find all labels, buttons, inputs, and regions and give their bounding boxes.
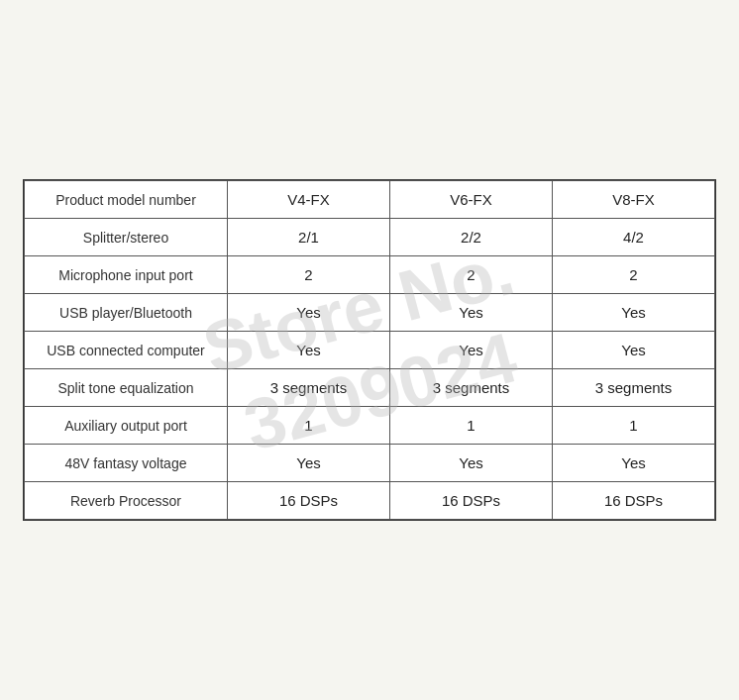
cell-v6-0: V6-FX — [390, 181, 553, 219]
cell-v6-4: Yes — [390, 332, 553, 369]
cell-v4-5: 3 segments — [228, 369, 390, 407]
table-row: USB connected computerYesYesYes — [25, 332, 715, 369]
table-row: Microphone input port222 — [25, 256, 715, 294]
row-label-7: 48V fantasy voltage — [25, 445, 228, 482]
cell-v4-7: Yes — [228, 445, 390, 482]
cell-v4-0: V4-FX — [228, 181, 390, 219]
cell-v8-4: Yes — [553, 332, 715, 369]
cell-v4-6: 1 — [228, 407, 390, 445]
cell-v6-3: Yes — [390, 294, 553, 332]
cell-v4-1: 2/1 — [228, 219, 390, 256]
cell-v6-8: 16 DSPs — [390, 482, 553, 520]
cell-v8-1: 4/2 — [553, 219, 715, 256]
cell-v4-3: Yes — [228, 294, 390, 332]
cell-v8-6: 1 — [553, 407, 715, 445]
row-label-5: Split tone equalization — [25, 369, 228, 407]
comparison-table: Product model numberV4-FXV6-FXV8-FXSplit… — [24, 180, 715, 520]
cell-v6-2: 2 — [390, 256, 553, 294]
cell-v8-7: Yes — [553, 445, 715, 482]
row-label-3: USB player/Bluetooth — [25, 294, 228, 332]
table-row: 48V fantasy voltageYesYesYes — [25, 445, 715, 482]
cell-v8-2: 2 — [553, 256, 715, 294]
cell-v6-1: 2/2 — [390, 219, 553, 256]
row-label-4: USB connected computer — [25, 332, 228, 369]
cell-v8-0: V8-FX — [553, 181, 715, 219]
row-label-6: Auxiliary output port — [25, 407, 228, 445]
cell-v4-8: 16 DSPs — [228, 482, 390, 520]
table-row: Split tone equalization3 segments3 segme… — [25, 369, 715, 407]
cell-v4-2: 2 — [228, 256, 390, 294]
table-row: Reverb Processor16 DSPs16 DSPs16 DSPs — [25, 482, 715, 520]
cell-v6-7: Yes — [390, 445, 553, 482]
row-label-0: Product model number — [25, 181, 228, 219]
comparison-table-wrapper: Product model numberV4-FXV6-FXV8-FXSplit… — [23, 179, 716, 521]
table-row: USB player/BluetoothYesYesYes — [25, 294, 715, 332]
page-container: Store No. 3209024 Product model numberV4… — [0, 0, 739, 700]
row-label-8: Reverb Processor — [25, 482, 228, 520]
row-label-1: Splitter/stereo — [25, 219, 228, 256]
table-row: Product model numberV4-FXV6-FXV8-FX — [25, 181, 715, 219]
table-row: Splitter/stereo2/12/24/2 — [25, 219, 715, 256]
row-label-2: Microphone input port — [25, 256, 228, 294]
cell-v8-3: Yes — [553, 294, 715, 332]
cell-v8-5: 3 segments — [553, 369, 715, 407]
cell-v6-5: 3 segments — [390, 369, 553, 407]
cell-v6-6: 1 — [390, 407, 553, 445]
table-row: Auxiliary output port111 — [25, 407, 715, 445]
cell-v4-4: Yes — [228, 332, 390, 369]
cell-v8-8: 16 DSPs — [553, 482, 715, 520]
